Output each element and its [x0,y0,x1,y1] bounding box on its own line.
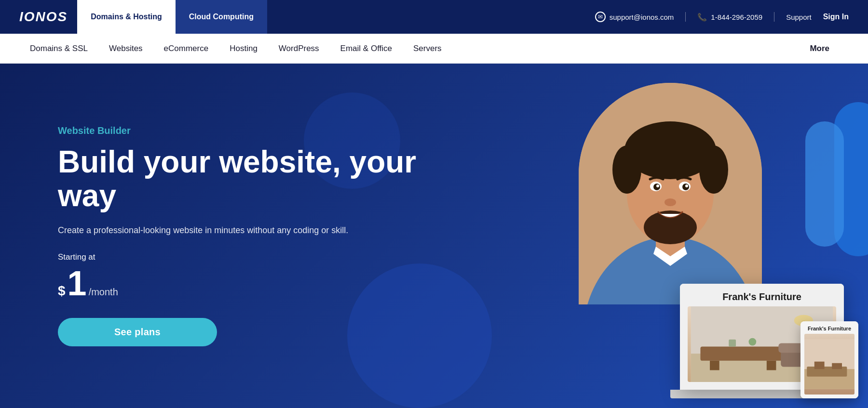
hero-image-area: Frank's Furniture [477,64,868,408]
phone-number: 1-844-296-2059 [711,13,762,21]
svg-rect-23 [767,361,776,370]
see-plans-button[interactable]: See plans [58,318,217,346]
phone-link[interactable]: 📞 1-844-296-2059 [697,13,762,22]
nav-domains-ssl[interactable]: Domains & SSL [19,34,98,64]
svg-point-17 [665,198,676,206]
divider-2 [774,12,774,22]
hero-description: Create a professional-looking website in… [58,224,357,237]
svg-rect-24 [729,340,736,347]
deco-pill-light [805,121,844,247]
hero-title: Build your website, your way [58,145,477,213]
divider [685,12,686,22]
svg-rect-22 [710,361,719,370]
nav-wordpress[interactable]: WordPress [268,34,330,64]
nav-email-office[interactable]: Email & Office [330,34,403,64]
svg-point-25 [749,338,757,346]
hero-section: Website Builder Build your website, your… [0,64,868,408]
support-link[interactable]: Support [786,13,812,21]
tab-cloud-computing[interactable]: Cloud Computing [176,0,267,34]
tablet-title: Frank's Furniture [804,325,854,332]
hero-starting-at: Starting at [58,252,477,262]
svg-rect-34 [832,363,842,369]
svg-rect-33 [814,362,825,369]
hero-content: Website Builder Build your website, your… [0,64,477,408]
nav-ecommerce[interactable]: eCommerce [153,34,219,64]
hero-price-group: $ 1 /month [58,266,477,301]
dollar-sign: $ [58,283,66,299]
top-tab-group: Domains & Hosting Cloud Computing [77,0,267,34]
nav-websites[interactable]: Websites [98,34,153,64]
svg-point-15 [656,184,659,187]
svg-point-9 [629,126,711,165]
tablet-image [804,334,854,395]
top-right-actions: ✉ support@ionos.com 📞 1-844-296-2059 Sup… [595,12,849,22]
nav-servers[interactable]: Servers [403,34,452,64]
signin-link[interactable]: Sign In [823,13,849,21]
email-icon: ✉ [595,12,606,22]
person-portrait [579,83,762,304]
sec-nav-links: Domains & SSL Websites eCommerce Hosting… [19,34,452,64]
laptop-title: Frank's Furniture [688,291,836,303]
nav-hosting[interactable]: Hosting [219,34,268,64]
devices-mockup: Frank's Furniture [680,284,854,398]
tab-domains-hosting[interactable]: Domains & Hosting [77,0,176,34]
tablet-screen: Frank's Furniture [800,321,858,398]
nav-more[interactable]: More [810,44,849,53]
brand-logo[interactable]: IONOS [19,9,68,25]
signin-label: Sign In [823,13,849,21]
price-number: 1 [68,266,87,301]
top-navigation: IONOS Domains & Hosting Cloud Computing … [0,0,868,34]
support-label: Support [786,13,812,21]
phone-icon: 📞 [697,13,707,22]
secondary-navigation: Domains & SSL Websites eCommerce Hosting… [0,34,868,64]
per-month: /month [89,287,118,298]
support-email-text: support@ionos.com [610,13,674,21]
support-email-link[interactable]: ✉ support@ionos.com [595,12,674,22]
svg-point-16 [685,184,688,187]
tablet-mockup: Frank's Furniture [800,321,858,398]
hero-subtitle: Website Builder [58,125,477,136]
